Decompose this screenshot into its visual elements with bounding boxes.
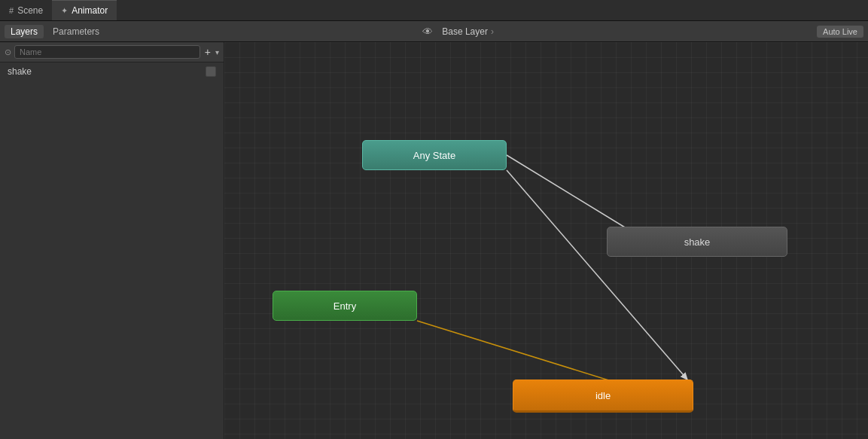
param-row-shake: shake (0, 62, 224, 81)
add-button[interactable]: + (203, 46, 212, 58)
scene-icon: # (9, 6, 14, 15)
node-entry-label: Entry (333, 300, 356, 312)
sub-tab-layers[interactable]: Layers (5, 25, 44, 38)
param-checkbox-shake[interactable] (206, 66, 216, 77)
tab-scene[interactable]: # Scene (0, 0, 52, 20)
tab-animator[interactable]: ✦ Animator (52, 0, 117, 20)
dropdown-icon[interactable]: ▾ (215, 48, 219, 56)
breadcrumb-base: Base Layer (442, 26, 488, 37)
main-canvas: Any State Entry shake idle (224, 42, 868, 439)
breadcrumb: Base Layer › (436, 26, 500, 37)
node-shake-label: shake (684, 236, 711, 248)
tab-scene-label: Scene (17, 5, 43, 16)
sub-tab-parameters[interactable]: Parameters (47, 25, 105, 38)
auto-live-button[interactable]: Auto Live (817, 26, 863, 38)
node-idle-label: idle (595, 390, 611, 401)
left-panel: ⊙ + ▾ shake (0, 42, 224, 439)
breadcrumb-arrow: › (491, 26, 494, 37)
search-bar: ⊙ + ▾ (0, 42, 224, 62)
node-any-state[interactable]: Any State (362, 140, 507, 170)
node-entry[interactable]: Entry (273, 291, 417, 321)
tab-animator-label: Animator (72, 5, 108, 16)
top-bar: # Scene ✦ Animator (0, 0, 868, 21)
search-icon: ⊙ (5, 47, 11, 57)
second-bar: Layers Parameters 👁 Base Layer › Auto Li… (0, 21, 868, 42)
param-name-shake: shake (8, 66, 199, 77)
search-input[interactable] (14, 45, 200, 59)
node-idle[interactable]: idle (513, 380, 693, 413)
animator-icon: ✦ (61, 6, 68, 16)
node-any-state-label: Any State (413, 150, 455, 161)
node-shake[interactable]: shake (607, 227, 787, 257)
eye-icon[interactable]: 👁 (422, 26, 433, 38)
